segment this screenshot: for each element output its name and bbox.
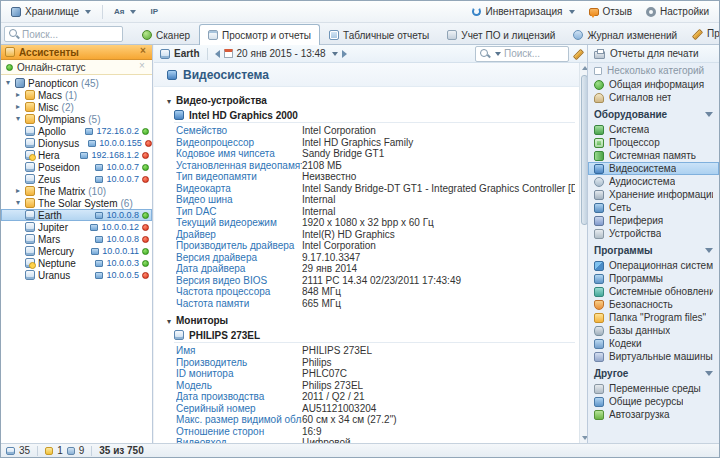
tree-item[interactable]: Mars 10.0.0.8 xyxy=(1,233,152,245)
category-item[interactable]: Процессор xyxy=(588,136,719,149)
expander-icon[interactable] xyxy=(4,77,12,89)
category-item[interactable]: Операционная система xyxy=(588,259,719,272)
tree-item[interactable]: Macs (1) xyxy=(1,89,152,101)
expander-icon[interactable] xyxy=(14,89,22,101)
tab[interactable]: Учет ПО и лицензий xyxy=(438,25,564,44)
category-item[interactable]: Автозагрузка xyxy=(588,408,719,421)
tab[interactable]: Сканер xyxy=(133,25,199,44)
property-label[interactable]: Драйвер xyxy=(176,229,302,240)
category-item[interactable]: Безопасность xyxy=(588,298,719,311)
tree-item[interactable]: Zeus 10.0.0.7 xyxy=(1,173,152,185)
property-label[interactable]: Видеокарта xyxy=(176,183,302,194)
category-item[interactable]: Папка "Program files" xyxy=(588,311,719,324)
tree-item[interactable]: Poseidon 10.0.0.7 xyxy=(1,161,152,173)
storage-menu-button[interactable]: Хранилище xyxy=(5,3,97,21)
property-label[interactable]: ID монитора xyxy=(176,368,302,379)
property-label[interactable]: Тип DAC xyxy=(176,206,302,217)
category-item[interactable]: Аудиосистема xyxy=(588,175,719,188)
tree-item[interactable]: Panopticon (45) xyxy=(1,77,152,89)
property-label[interactable]: Видеопроцессор xyxy=(176,137,302,148)
tab[interactable]: Табличные отчеты xyxy=(320,25,438,44)
tree-item[interactable]: Neptune 10.0.0.3 xyxy=(1,257,152,269)
property-label[interactable]: Видео шина xyxy=(176,194,302,205)
property-label[interactable]: Семейство xyxy=(176,125,302,136)
tree-item[interactable]: Olympians (5) xyxy=(1,113,152,125)
category-group-header[interactable]: Оборудование xyxy=(588,106,719,123)
property-label[interactable]: Производитель xyxy=(176,357,302,368)
close-icon[interactable] xyxy=(138,63,147,72)
expander-icon[interactable] xyxy=(14,101,22,113)
category-item[interactable]: Система xyxy=(588,123,719,136)
category-item[interactable]: Периферия xyxy=(588,214,719,227)
next-snapshot-button[interactable] xyxy=(342,50,347,58)
category-item[interactable]: Хранение информации xyxy=(588,188,719,201)
category-item[interactable]: Сигналов нет xyxy=(588,91,719,104)
multi-category-toggle[interactable]: Несколько категорий xyxy=(588,63,719,78)
property-label[interactable]: Кодовое имя чипсета xyxy=(176,148,302,159)
assistant-item[interactable]: Онлайн-статус xyxy=(1,60,152,75)
expander-icon[interactable] xyxy=(14,185,22,197)
property-label[interactable]: Производитель драйвера xyxy=(176,240,302,251)
section-header[interactable]: Мониторы xyxy=(167,312,575,328)
category-item[interactable]: Базы данных xyxy=(588,324,719,337)
property-label[interactable]: Дата драйвера xyxy=(176,263,302,274)
property-label[interactable]: Частота процессора xyxy=(176,286,302,297)
sort-alpha-button[interactable]: Aя xyxy=(108,3,142,21)
section-header[interactable]: Видео-устройства xyxy=(167,92,575,108)
tree-item[interactable]: Mercury 10.0.0.11 xyxy=(1,245,152,257)
property-label[interactable]: Тип видеопамяти xyxy=(176,171,302,182)
category-item[interactable]: Устройства xyxy=(588,227,719,240)
report-search-input[interactable] xyxy=(504,48,564,59)
property-label[interactable]: Отношение сторон xyxy=(176,426,302,437)
tree-item[interactable]: Earth 10.0.0.8 xyxy=(1,209,152,221)
close-icon[interactable] xyxy=(139,48,148,57)
tab[interactable]: Просмотр и отчеты xyxy=(199,24,320,45)
property-label[interactable]: Модель xyxy=(176,380,302,391)
category-item[interactable]: Сеть xyxy=(588,201,719,214)
category-item[interactable]: Кодеки xyxy=(588,337,719,350)
category-item[interactable]: Общая информация xyxy=(588,78,719,91)
tree-item[interactable]: The Solar System (6) xyxy=(1,197,152,209)
tree-item[interactable]: Uranus 10.0.0.5 xyxy=(1,269,152,281)
tree-item[interactable]: Misc (2) xyxy=(1,101,152,113)
snapshot-date[interactable]: 20 янв 2015 - 13:48 xyxy=(237,48,326,59)
tree-item[interactable]: Hera 192.168.1.2 xyxy=(1,149,152,161)
category-item[interactable]: Системные обновления xyxy=(588,285,719,298)
category-item[interactable]: Переменные среды xyxy=(588,382,719,395)
sort-ip-button[interactable]: IP xyxy=(144,3,164,21)
edit-menu-button[interactable]: Правка xyxy=(686,24,720,42)
prev-snapshot-button[interactable] xyxy=(215,50,220,58)
collapse-arrow-icon[interactable] xyxy=(705,371,713,376)
category-item[interactable]: Системная память xyxy=(588,149,719,162)
property-label[interactable]: Дата производства xyxy=(176,391,302,402)
edit-report-button[interactable] xyxy=(573,48,584,59)
property-label[interactable]: Текущий видеорежим xyxy=(176,217,302,228)
category-item[interactable]: Общие ресурсы xyxy=(588,395,719,408)
inventory-menu-button[interactable]: Инвентаризация xyxy=(466,3,580,21)
feedback-button[interactable]: Отзыв xyxy=(583,3,638,21)
expander-icon[interactable] xyxy=(14,197,22,209)
property-label[interactable]: Версия видео BIOS xyxy=(176,275,302,286)
tree-item[interactable]: Jupiter 10.0.0.12 xyxy=(1,221,152,233)
category-item[interactable]: Виртуальные машины xyxy=(588,350,719,363)
category-item[interactable]: Программы xyxy=(588,272,719,285)
tab[interactable]: Журнал изменений xyxy=(564,25,686,44)
tree-search-input[interactable] xyxy=(22,29,118,40)
category-group-header[interactable]: Другое xyxy=(588,365,719,382)
property-label[interactable]: Установленная видеопамять xyxy=(176,160,302,171)
category-item[interactable]: Видеосистема xyxy=(588,162,719,175)
print-reports-button[interactable]: Отчеты для печати xyxy=(610,48,699,59)
property-label[interactable]: Макс. размер видимой области xyxy=(176,414,302,425)
collapse-arrow-icon[interactable] xyxy=(705,248,713,253)
property-label[interactable]: Версия драйвера xyxy=(176,252,302,263)
property-label[interactable]: Частота памяти xyxy=(176,298,302,309)
tree-item[interactable]: The Matrix (10) xyxy=(1,185,152,197)
property-label[interactable]: Имя xyxy=(176,345,302,356)
expander-icon[interactable] xyxy=(14,113,22,125)
property-label[interactable]: Серийный номер xyxy=(176,403,302,414)
category-group-header[interactable]: Программы xyxy=(588,242,719,259)
tree-item[interactable]: Dionysus 10.0.0.155 xyxy=(1,137,152,149)
settings-button[interactable]: Настройки xyxy=(640,3,715,21)
tree-item[interactable]: Apollo 172.16.0.2 xyxy=(1,125,152,137)
collapse-arrow-icon[interactable] xyxy=(705,112,713,117)
